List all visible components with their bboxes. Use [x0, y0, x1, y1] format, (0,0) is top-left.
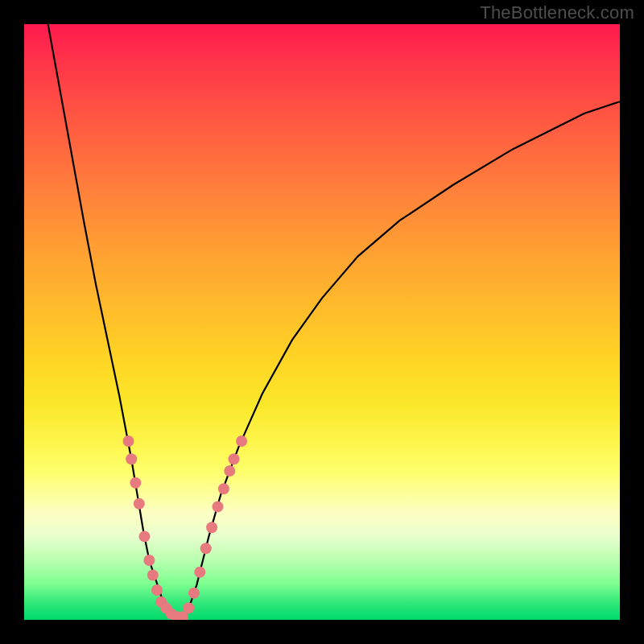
chart-svg: [24, 24, 620, 620]
marker-group: [123, 436, 248, 620]
data-marker: [188, 588, 200, 599]
data-marker: [194, 567, 205, 578]
data-marker: [218, 483, 229, 494]
left-curve: [48, 24, 180, 620]
data-marker: [123, 436, 134, 447]
data-marker: [147, 570, 159, 581]
chart-frame: TheBottleneck.com: [0, 0, 644, 644]
right-curve: [179, 101, 620, 620]
data-marker: [143, 555, 155, 566]
watermark-text: TheBottleneck.com: [480, 2, 634, 23]
data-marker: [183, 602, 194, 613]
data-marker: [200, 543, 212, 554]
plot-area: [24, 24, 620, 620]
curve-group: [48, 24, 620, 620]
data-marker: [151, 584, 163, 596]
data-marker: [236, 436, 247, 447]
data-marker: [224, 465, 235, 477]
data-marker: [126, 453, 137, 464]
data-marker: [213, 501, 224, 512]
data-marker: [228, 453, 239, 464]
data-marker: [130, 477, 141, 489]
data-marker: [206, 522, 217, 533]
data-marker: [134, 498, 145, 510]
data-marker: [138, 530, 150, 542]
